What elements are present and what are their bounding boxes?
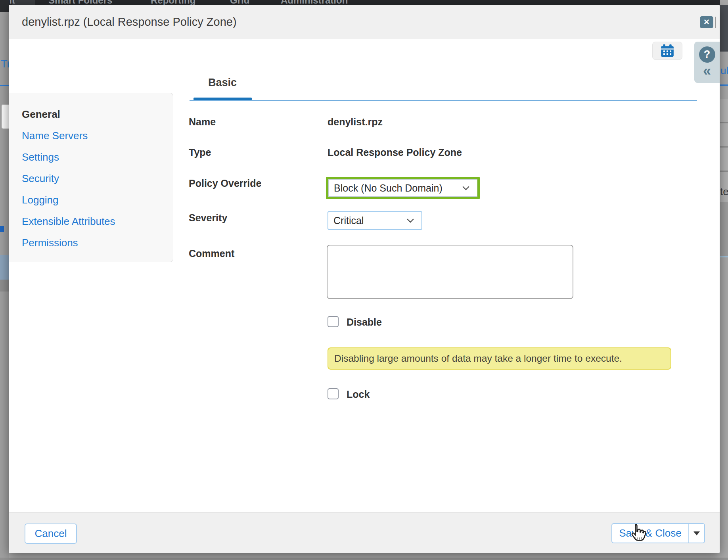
tab-basic[interactable]: Basic <box>208 77 237 89</box>
chevron-down-icon <box>463 184 469 190</box>
policy-override-label: Policy Override <box>189 178 261 189</box>
background-tab-fragment-left: Tr <box>1 58 9 70</box>
type-label: Type <box>189 147 211 158</box>
background-left-edge: Tr <box>0 0 9 560</box>
background-dark-panel <box>720 5 728 52</box>
schedule-button[interactable] <box>652 42 682 60</box>
collapse-icon[interactable]: « <box>703 63 711 79</box>
dialog-sidebar: General Name Servers Settings Security L… <box>9 93 173 262</box>
caret-down-icon <box>694 531 700 535</box>
background-input-fragment <box>1 104 9 129</box>
background-tab-underline-right <box>720 84 728 86</box>
dialog-footer: Cancel Save & Close <box>9 512 720 553</box>
disable-checkbox[interactable] <box>328 316 339 327</box>
policy-override-highlight: Block (No Such Domain) <box>326 177 480 199</box>
lock-checkbox[interactable] <box>328 388 339 399</box>
comment-label: Comment <box>189 248 234 259</box>
background-blue-marker <box>0 226 4 232</box>
calendar-icon <box>660 44 675 58</box>
sidebar-item-general[interactable]: General <box>22 108 60 121</box>
sidebar-item-logging[interactable]: Logging <box>22 194 59 206</box>
background-selected-row-fragment <box>0 255 9 280</box>
type-value: Local Response Policy Zone <box>328 147 462 158</box>
help-icon[interactable]: ? <box>699 46 715 63</box>
save-close-split-button: Save & Close <box>611 523 705 543</box>
help-panel: ? « <box>694 42 720 83</box>
close-icon[interactable]: ✕ <box>700 16 713 28</box>
dialog-header: denylist.rpz (Local Response Policy Zone… <box>9 5 720 39</box>
edit-zone-dialog: denylist.rpz (Local Response Policy Zone… <box>9 5 720 553</box>
severity-value: Critical <box>328 215 408 226</box>
background-tab-underline-left <box>0 85 9 86</box>
disable-label: Disable <box>347 316 382 328</box>
sidebar-item-security[interactable]: Security <box>22 173 59 185</box>
background-dark-bar <box>0 0 9 12</box>
severity-label: Severity <box>189 212 227 224</box>
chevron-down-icon <box>407 216 414 223</box>
lock-label: Lock <box>347 389 370 400</box>
warning-message: Disabling large amounts of data may take… <box>328 347 671 370</box>
name-label: Name <box>189 116 216 128</box>
sidebar-item-permissions[interactable]: Permissions <box>22 237 78 249</box>
name-value: denylist.rpz <box>328 116 383 128</box>
dialog-title: denylist.rpz (Local Response Policy Zone… <box>22 5 237 39</box>
save-close-button[interactable]: Save & Close <box>612 524 688 543</box>
severity-select[interactable]: Critical <box>328 211 422 230</box>
background-light-line <box>720 256 728 257</box>
background-text-fragment: te <box>720 186 728 198</box>
policy-override-select[interactable]: Block (No Such Domain) <box>328 179 477 197</box>
sidebar-item-settings[interactable]: Settings <box>22 151 59 163</box>
policy-override-value: Block (No Such Domain) <box>329 182 464 194</box>
save-options-dropdown-button[interactable] <box>689 524 704 543</box>
background-bottom-edge <box>0 558 728 560</box>
background-lower-band <box>720 202 728 256</box>
cancel-button[interactable]: Cancel <box>25 524 77 544</box>
background-right-edge: ul te <box>720 0 728 560</box>
background-tab-fragment-right: ul <box>720 65 728 77</box>
sidebar-item-name-servers[interactable]: Name Servers <box>22 130 88 142</box>
background-row-fragment <box>0 280 9 292</box>
header-divider <box>715 17 716 28</box>
comment-textarea[interactable] <box>327 245 573 299</box>
tab-baseline <box>190 100 697 101</box>
sidebar-item-extensible-attributes[interactable]: Extensible Attributes <box>22 215 115 228</box>
